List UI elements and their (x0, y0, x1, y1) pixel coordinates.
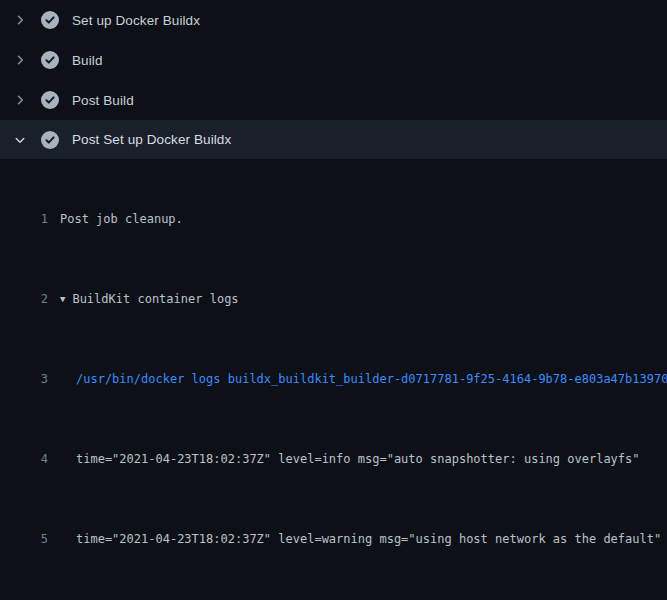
log-line: 4 time="2021-04-23T18:02:37Z" level=info… (0, 449, 667, 469)
log-command-text: /usr/bin/docker logs buildx_buildkit_bui… (48, 369, 667, 389)
chevron-right-icon[interactable] (12, 12, 28, 28)
step-label: Build (72, 53, 103, 68)
log-text: time="2021-04-23T18:02:37Z" level=info m… (48, 449, 640, 469)
check-circle-icon (40, 130, 60, 150)
log-line: 3 /usr/bin/docker logs buildx_buildkit_b… (0, 369, 667, 389)
line-number[interactable]: 3 (0, 369, 48, 389)
step-label: Set up Docker Buildx (72, 13, 200, 28)
log-text: time="2021-04-23T18:02:37Z" level=warnin… (48, 529, 661, 549)
step-row-post-set-up-docker-buildx[interactable]: Post Set up Docker Buildx (0, 120, 667, 159)
step-row-post-build[interactable]: Post Build (0, 80, 667, 120)
log-text: Post job cleanup. (48, 209, 183, 229)
log-viewer: 1 Post job cleanup. 2 ▼BuildKit containe… (0, 159, 667, 600)
step-label: Post Build (72, 93, 134, 108)
step-label: Post Set up Docker Buildx (72, 132, 231, 147)
line-number[interactable]: 5 (0, 529, 48, 549)
log-group-header[interactable]: 2 ▼BuildKit container logs (0, 289, 667, 309)
log-text: ▼BuildKit container logs (48, 289, 239, 309)
check-circle-icon (40, 50, 60, 70)
step-list: Set up Docker Buildx Build Post Build (0, 0, 667, 159)
check-circle-icon (40, 10, 60, 30)
chevron-down-icon[interactable] (12, 132, 28, 148)
step-row-build[interactable]: Build (0, 40, 667, 80)
line-number[interactable]: 4 (0, 449, 48, 469)
line-number[interactable]: 1 (0, 209, 48, 229)
step-row-set-up-docker-buildx[interactable]: Set up Docker Buildx (0, 0, 667, 40)
chevron-right-icon[interactable] (12, 52, 28, 68)
chevron-right-icon[interactable] (12, 92, 28, 108)
log-line: 5 time="2021-04-23T18:02:37Z" level=warn… (0, 529, 667, 549)
line-number[interactable]: 2 (0, 289, 48, 309)
group-expanded-triangle-icon[interactable]: ▼ (60, 289, 65, 309)
check-circle-icon (40, 90, 60, 110)
log-line: 1 Post job cleanup. (0, 209, 667, 229)
